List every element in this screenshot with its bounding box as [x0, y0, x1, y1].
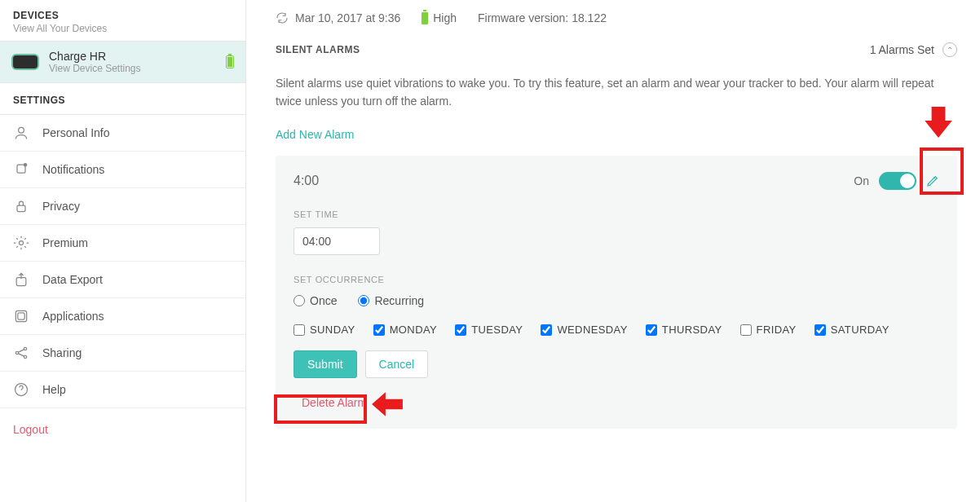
sidebar-item-notifications[interactable]: Notifications — [0, 152, 245, 188]
svg-point-9 — [24, 347, 26, 350]
device-sub: View Device Settings — [49, 63, 141, 74]
annotation-arrow-left-icon — [370, 387, 404, 424]
alarm-toggle[interactable] — [879, 172, 916, 190]
svg-point-2 — [24, 164, 26, 166]
svg-point-8 — [15, 351, 18, 354]
sidebar-item-label: Sharing — [42, 346, 82, 359]
sidebar-item-label: Help — [42, 383, 66, 396]
device-thumbnail — [11, 54, 39, 70]
device-name: Charge HR — [49, 50, 141, 63]
svg-rect-3 — [17, 205, 25, 211]
logout-link[interactable]: Logout — [0, 408, 245, 451]
sidebar-item-label: Premium — [42, 236, 88, 249]
sidebar-item-label: Data Export — [42, 273, 103, 286]
sidebar-item-privacy[interactable]: Privacy — [0, 188, 245, 225]
day-wednesday[interactable]: WEDNESDAY — [541, 324, 627, 336]
set-time-label: SET TIME — [294, 209, 939, 219]
devices-title: DEVICES — [13, 10, 232, 21]
toggle-label: On — [854, 174, 869, 187]
sidebar-item-data-export[interactable]: Data Export — [0, 262, 245, 298]
sidebar-item-label: Applications — [42, 310, 104, 323]
section-description: Silent alarms use quiet vibrations to wa… — [276, 75, 944, 110]
share-icon — [13, 345, 29, 361]
cancel-button[interactable]: Cancel — [365, 350, 429, 378]
device-row[interactable]: Charge HR View Device Settings — [0, 42, 245, 83]
battery-bar-icon — [422, 12, 428, 24]
sidebar-item-applications[interactable]: Applications — [0, 298, 245, 335]
sidebar-item-label: Personal Info — [42, 126, 110, 139]
annotation-highlight-edit — [920, 148, 964, 195]
set-occurrence-label: SET OCCURRENCE — [294, 275, 939, 284]
chevron-up-icon[interactable]: ⌃ — [942, 42, 957, 57]
status-row: Mar 10, 2017 at 9:36 High Firmware versi… — [276, 11, 957, 24]
day-saturday[interactable]: SATURDAY — [814, 324, 890, 336]
lock-icon — [13, 198, 29, 214]
alarms-count: 1 Alarms Set — [870, 43, 934, 56]
devices-subtitle[interactable]: View All Your Devices — [13, 23, 232, 34]
annotation-highlight-delete — [274, 394, 367, 424]
devices-header: DEVICES View All Your Devices — [0, 0, 245, 42]
battery-icon — [226, 55, 234, 68]
svg-point-4 — [20, 241, 24, 245]
sidebar: DEVICES View All Your Devices Charge HR … — [0, 0, 246, 502]
day-thursday[interactable]: THURSDAY — [646, 324, 722, 336]
alarm-card: 4:00 On SET TIME SET OCCURRENCE Once Rec… — [276, 156, 957, 429]
sidebar-item-personal-info[interactable]: Personal Info — [0, 115, 245, 152]
help-icon — [13, 381, 29, 398]
day-friday[interactable]: FRIDAY — [740, 324, 797, 336]
sidebar-item-premium[interactable]: Premium — [0, 225, 245, 262]
bell-icon — [13, 161, 29, 178]
recurring-radio[interactable]: Recurring — [358, 294, 424, 307]
svg-point-0 — [19, 127, 24, 133]
firmware-label: Firmware version: — [478, 11, 568, 24]
svg-rect-7 — [18, 313, 24, 319]
add-alarm-link[interactable]: Add New Alarm — [276, 128, 354, 141]
grid-icon — [13, 308, 29, 324]
gear-icon — [13, 235, 29, 251]
sidebar-item-sharing[interactable]: Sharing — [0, 335, 245, 372]
submit-button[interactable]: Submit — [294, 350, 357, 378]
day-sunday[interactable]: SUNDAY — [294, 324, 355, 336]
day-tuesday[interactable]: TUESDAY — [455, 324, 523, 336]
section-title: SILENT ALARMS — [276, 44, 360, 55]
battery-label: High — [433, 11, 457, 24]
settings-title: SETTINGS — [0, 83, 245, 115]
svg-point-10 — [24, 355, 26, 358]
firmware-value: 18.122 — [572, 11, 607, 24]
sync-time: Mar 10, 2017 at 9:36 — [295, 11, 400, 24]
alarm-display-time: 4:00 — [294, 174, 319, 188]
once-radio[interactable]: Once — [294, 294, 337, 307]
annotation-arrow-down-icon — [921, 105, 956, 142]
user-icon — [13, 125, 29, 141]
sidebar-item-label: Privacy — [42, 200, 80, 213]
time-input[interactable] — [294, 227, 380, 255]
main-content: Mar 10, 2017 at 9:36 High Firmware versi… — [246, 0, 980, 502]
sidebar-item-help[interactable]: Help — [0, 372, 245, 408]
day-monday[interactable]: MONDAY — [373, 324, 438, 336]
sidebar-item-label: Notifications — [42, 163, 104, 176]
upload-icon — [13, 271, 29, 288]
sync-icon — [276, 11, 289, 24]
